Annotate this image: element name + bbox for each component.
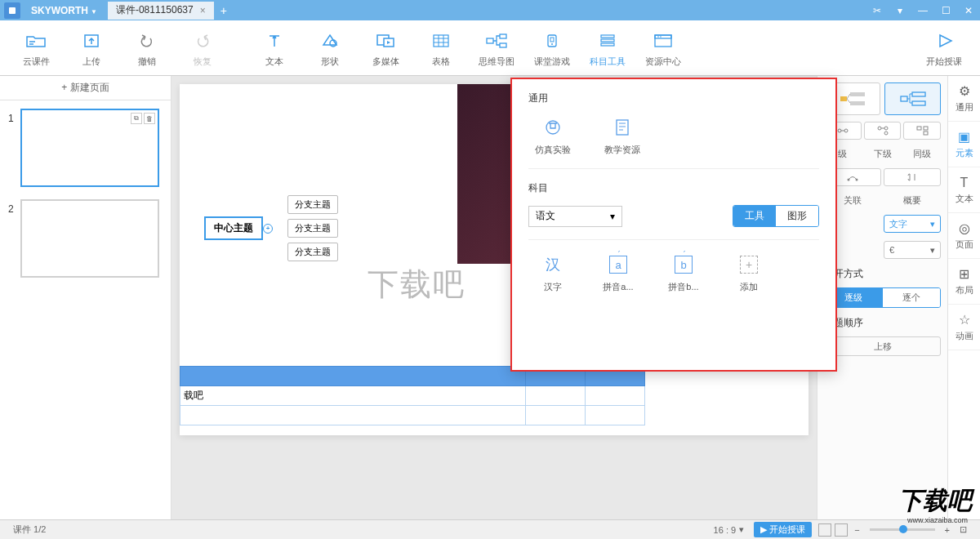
fit-button[interactable]: ⊡: [960, 524, 967, 535]
svg-rect-11: [500, 34, 506, 38]
pinyin-a-icon: a: [606, 252, 630, 277]
tab-page[interactable]: ◎页面: [948, 213, 980, 259]
order-section-title: 主题顺序: [824, 316, 941, 330]
upload-button[interactable]: 上传: [64, 24, 119, 72]
table-button[interactable]: 表格: [413, 24, 469, 72]
star-icon: ☆: [959, 312, 970, 327]
close-tab-icon[interactable]: ×: [200, 5, 206, 16]
subject-select[interactable]: 语文▾: [528, 206, 622, 227]
copy-slide-icon[interactable]: ⧉: [131, 113, 142, 124]
sublevel-btn[interactable]: [864, 122, 902, 140]
text-style-dropdown[interactable]: 文字▾: [884, 215, 941, 233]
element-icon: ▣: [958, 129, 970, 145]
document-tab[interactable]: 课件-0811150637 ×: [108, 2, 214, 20]
pinyin-b-button[interactable]: b 拼音b...: [659, 252, 708, 293]
mindmap-button[interactable]: 思维导图: [469, 24, 524, 72]
site-watermark: 下载吧: [898, 484, 972, 518]
slide-thumbnail-1[interactable]: ⧉ 🗑: [20, 109, 159, 187]
shape-button[interactable]: 形状: [302, 24, 358, 72]
mindmap-center-node[interactable]: 中心主题 +: [204, 216, 263, 240]
title-bar: SKYWORTH▼ 课件-0811150637 × + ✂ ▾ — ☐ ✕: [0, 0, 980, 20]
tool-toggle-button[interactable]: 工具: [733, 206, 776, 226]
aspect-ratio-selector[interactable]: 16 : 9 ▾: [714, 524, 745, 535]
pinyin-a-button[interactable]: a 拼音a...: [594, 252, 643, 293]
samelevel-label: 同级: [903, 148, 941, 160]
svg-point-29: [838, 129, 841, 132]
tab-animation[interactable]: ☆动画: [948, 305, 980, 350]
add-tab-button[interactable]: +: [220, 4, 227, 17]
chevron-down-icon: ▾: [610, 211, 615, 222]
add-icon: +: [737, 252, 761, 277]
slide-table[interactable]: 载吧: [180, 366, 645, 425]
mindmap-branch[interactable]: 分支主题: [287, 243, 338, 261]
samelevel-btn[interactable]: [903, 122, 941, 140]
undo-button[interactable]: 撤销: [119, 24, 175, 72]
mindmap-widget[interactable]: 中心主题 + 分支主题 分支主题 分支主题: [204, 190, 338, 266]
svg-rect-10: [487, 38, 493, 43]
cloud-courseware-button[interactable]: 云课件: [8, 24, 64, 72]
start-teaching-button[interactable]: 开始授课: [916, 24, 972, 72]
text-button[interactable]: 文本: [247, 24, 302, 72]
redo-button[interactable]: 恢复: [175, 24, 230, 72]
app-icon: [4, 2, 20, 19]
status-bar: 课件 1/2 16 : 9 ▾ ▶开始授课 − + ⊡: [0, 519, 980, 539]
summary-label: 概要: [884, 194, 941, 207]
new-page-button[interactable]: + 新建页面: [0, 76, 171, 100]
mindmap-branch[interactable]: 分支主题: [287, 195, 338, 214]
add-branch-handle[interactable]: +: [263, 224, 273, 234]
zoom-out-button[interactable]: −: [854, 525, 859, 535]
svg-point-40: [856, 179, 858, 181]
minimize-button[interactable]: —: [911, 0, 934, 20]
view-mode-1[interactable]: [818, 523, 831, 537]
svg-rect-19: [655, 35, 671, 47]
simulation-experiment-button[interactable]: 仿真实验: [528, 115, 577, 156]
dropdown-icon[interactable]: ▾: [889, 0, 911, 20]
svg-point-39: [848, 179, 850, 181]
svg-point-33: [884, 127, 888, 130]
svg-rect-24: [850, 92, 865, 96]
table-icon: [431, 29, 451, 53]
svg-rect-27: [912, 92, 925, 96]
zoom-in-button[interactable]: +: [945, 525, 950, 535]
subject-tools-button[interactable]: 科目工具: [580, 24, 635, 72]
maximize-button[interactable]: ☐: [934, 0, 957, 20]
brand-menu[interactable]: SKYWORTH▼: [24, 5, 104, 16]
start-teaching-status-button[interactable]: ▶开始授课: [754, 522, 812, 537]
layout-preset-2[interactable]: [884, 82, 941, 115]
zoom-thumb[interactable]: [899, 525, 907, 533]
close-button[interactable]: ✕: [957, 0, 980, 20]
graphic-toggle-button[interactable]: 图形: [776, 206, 818, 226]
teaching-resources-button[interactable]: 教学资源: [598, 115, 647, 156]
page-number: 1: [8, 109, 20, 124]
chevron-down-icon: ▼: [91, 8, 97, 16]
resource-center-button[interactable]: 资源中心: [635, 24, 691, 72]
slide-thumbnail-2[interactable]: [20, 199, 159, 278]
scissors-icon[interactable]: ✂: [866, 0, 889, 20]
resource-icon: [653, 29, 674, 53]
mindmap-branch[interactable]: 分支主题: [287, 219, 338, 238]
svg-rect-12: [500, 43, 506, 47]
classroom-game-button[interactable]: 课堂游戏: [524, 24, 580, 72]
move-up-button[interactable]: 上移: [824, 336, 941, 356]
tab-general[interactable]: ⚙通用: [948, 76, 980, 122]
chevron-down-icon: ▾: [930, 219, 935, 229]
zoom-slider[interactable]: [870, 528, 935, 531]
symbol-dropdown[interactable]: €▾: [884, 241, 941, 259]
tab-layout[interactable]: ⊞布局: [948, 259, 980, 305]
hanzi-button[interactable]: 汉 汉字: [528, 252, 577, 293]
delete-slide-icon[interactable]: 🗑: [144, 113, 155, 124]
svg-rect-38: [924, 131, 928, 135]
view-mode-2[interactable]: [835, 523, 848, 537]
multimedia-button[interactable]: 多媒体: [358, 24, 413, 72]
svg-rect-18: [601, 43, 614, 46]
tab-element[interactable]: ▣元素: [948, 122, 980, 167]
play-icon: [933, 29, 955, 53]
summary-btn[interactable]: [884, 168, 941, 186]
expand-single-button[interactable]: 逐个: [883, 288, 941, 307]
add-tool-button[interactable]: + 添加: [724, 252, 773, 293]
svg-rect-0: [9, 7, 16, 14]
multimedia-icon: [375, 29, 396, 53]
sliders-icon: ⚙: [959, 83, 970, 99]
tab-text[interactable]: T文本: [948, 167, 980, 213]
pinyin-b-icon: b: [671, 252, 696, 277]
